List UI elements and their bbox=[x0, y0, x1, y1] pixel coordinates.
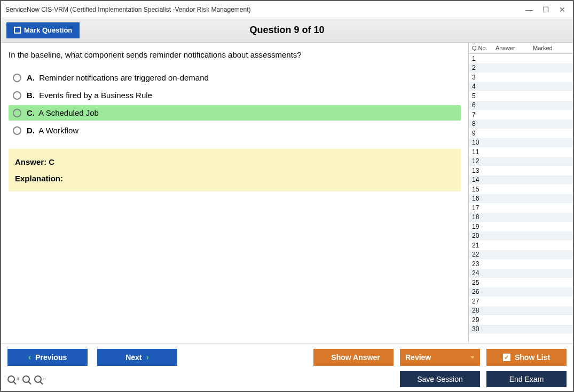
question-row[interactable]: 3 bbox=[469, 73, 573, 82]
qno-cell: 7 bbox=[469, 111, 496, 118]
qno-cell: 20 bbox=[469, 232, 496, 239]
question-row[interactable]: 26 bbox=[469, 287, 573, 297]
qno-cell: 3 bbox=[469, 74, 496, 81]
question-row[interactable]: 13 bbox=[469, 166, 573, 175]
option-c[interactable]: C. A Scheduled Job bbox=[9, 105, 461, 121]
radio-icon bbox=[13, 109, 21, 117]
app-window: ServiceNow CIS-VRM (Certified Implementa… bbox=[0, 0, 574, 392]
header-answer: Answer bbox=[496, 45, 533, 51]
option-d[interactable]: D. A Workflow bbox=[9, 123, 461, 138]
question-row[interactable]: 16 bbox=[469, 194, 573, 204]
question-row[interactable]: 29 bbox=[469, 315, 573, 325]
zoom-in-icon[interactable]: + bbox=[7, 375, 18, 383]
options-list: A. Reminder notifications are triggered … bbox=[9, 70, 461, 138]
qno-cell: 14 bbox=[469, 176, 496, 183]
review-label: Review bbox=[405, 353, 431, 362]
body: In the baseline, what component sends re… bbox=[1, 43, 573, 343]
footer: ‹ Previous Next › Show Answer Review bbox=[1, 343, 573, 391]
maximize-icon[interactable]: ☐ bbox=[542, 6, 549, 13]
question-row[interactable]: 4 bbox=[469, 82, 573, 92]
review-dropdown[interactable]: Review bbox=[400, 349, 480, 366]
option-text: C. A Scheduled Job bbox=[27, 108, 99, 117]
close-icon[interactable]: ✕ bbox=[559, 6, 565, 13]
qno-cell: 13 bbox=[469, 167, 496, 174]
zoom-reset-icon[interactable] bbox=[22, 375, 30, 383]
minimize-icon[interactable]: — bbox=[525, 6, 533, 13]
qno-cell: 8 bbox=[469, 120, 496, 127]
question-row[interactable]: 28 bbox=[469, 306, 573, 316]
chevron-down-icon bbox=[470, 356, 475, 359]
question-row[interactable]: 24 bbox=[469, 269, 573, 278]
question-row[interactable]: 1 bbox=[469, 54, 573, 63]
option-text: D. A Workflow bbox=[27, 126, 78, 135]
qno-cell: 28 bbox=[469, 307, 496, 314]
question-row[interactable]: 20 bbox=[469, 231, 573, 241]
save-session-button[interactable]: Save Session bbox=[400, 371, 480, 387]
question-row[interactable]: 7 bbox=[469, 110, 573, 119]
show-answer-label: Show Answer bbox=[331, 353, 380, 362]
end-exam-button[interactable]: End Exam bbox=[486, 371, 567, 387]
header-marked: Marked bbox=[533, 45, 573, 51]
show-list-button[interactable]: ✓ Show List bbox=[486, 349, 567, 366]
sidebar-body[interactable]: 1234567891011121314151617181920212223242… bbox=[469, 54, 573, 343]
question-row[interactable]: 21 bbox=[469, 241, 573, 250]
question-row[interactable]: 12 bbox=[469, 157, 573, 166]
answer-line: Answer: C bbox=[15, 157, 454, 166]
qno-cell: 6 bbox=[469, 101, 496, 109]
previous-button[interactable]: ‹ Previous bbox=[7, 349, 88, 366]
question-row[interactable]: 6 bbox=[469, 101, 573, 110]
question-row[interactable]: 25 bbox=[469, 278, 573, 287]
zoom-out-icon[interactable]: − bbox=[34, 375, 45, 383]
show-answer-button[interactable]: Show Answer bbox=[313, 349, 394, 366]
footer-row-1: ‹ Previous Next › Show Answer Review bbox=[7, 349, 567, 366]
option-a[interactable]: A. Reminder notifications are triggered … bbox=[9, 70, 461, 85]
question-text: In the baseline, what component sends re… bbox=[9, 50, 461, 59]
action-buttons: Show Answer Review ✓ Show List bbox=[313, 349, 567, 366]
explanation-label: Explanation: bbox=[15, 174, 454, 183]
question-counter: Question 9 of 10 bbox=[249, 25, 324, 36]
zoom-controls: + − bbox=[7, 375, 45, 383]
qno-cell: 9 bbox=[469, 130, 496, 137]
radio-icon bbox=[13, 91, 21, 100]
qno-cell: 27 bbox=[469, 298, 496, 305]
checkbox-empty-icon bbox=[14, 27, 21, 34]
question-row[interactable]: 19 bbox=[469, 222, 573, 231]
question-row[interactable]: 2 bbox=[469, 63, 573, 73]
radio-icon bbox=[13, 126, 21, 135]
question-row[interactable]: 27 bbox=[469, 297, 573, 306]
question-row[interactable]: 22 bbox=[469, 250, 573, 260]
question-row[interactable]: 15 bbox=[469, 185, 573, 194]
question-row[interactable]: 5 bbox=[469, 91, 573, 101]
question-row[interactable]: 9 bbox=[469, 129, 573, 138]
question-row[interactable]: 17 bbox=[469, 203, 573, 213]
window-title: ServiceNow CIS-VRM (Certified Implementa… bbox=[5, 6, 525, 13]
qno-cell: 12 bbox=[469, 157, 496, 165]
qno-cell: 16 bbox=[469, 195, 496, 202]
mark-question-label: Mark Question bbox=[24, 26, 72, 34]
question-row[interactable]: 8 bbox=[469, 119, 573, 129]
mark-question-button[interactable]: Mark Question bbox=[6, 22, 80, 38]
radio-icon bbox=[13, 74, 21, 82]
qno-cell: 29 bbox=[469, 316, 496, 324]
nav-buttons: ‹ Previous Next › bbox=[7, 349, 177, 366]
qno-cell: 1 bbox=[469, 55, 496, 62]
question-row[interactable]: 11 bbox=[469, 147, 573, 157]
option-b[interactable]: B. Events fired by a Business Rule bbox=[9, 87, 461, 103]
qno-cell: 21 bbox=[469, 242, 496, 249]
qno-cell: 25 bbox=[469, 279, 496, 286]
question-row[interactable]: 23 bbox=[469, 259, 573, 269]
previous-label: Previous bbox=[35, 353, 67, 362]
question-row[interactable]: 10 bbox=[469, 138, 573, 148]
question-row[interactable]: 14 bbox=[469, 175, 573, 185]
chevron-right-icon: › bbox=[146, 353, 149, 362]
window-controls: — ☐ ✕ bbox=[525, 6, 569, 13]
chevron-left-icon: ‹ bbox=[28, 353, 31, 362]
qno-cell: 17 bbox=[469, 204, 496, 212]
footer-row-2: + − Save Session End Exam bbox=[7, 371, 567, 387]
qno-cell: 2 bbox=[469, 64, 496, 71]
question-row[interactable]: 18 bbox=[469, 213, 573, 222]
question-row[interactable]: 30 bbox=[469, 325, 573, 334]
session-buttons: Save Session End Exam bbox=[400, 371, 567, 387]
titlebar: ServiceNow CIS-VRM (Certified Implementa… bbox=[1, 1, 573, 18]
next-button[interactable]: Next › bbox=[97, 349, 177, 366]
